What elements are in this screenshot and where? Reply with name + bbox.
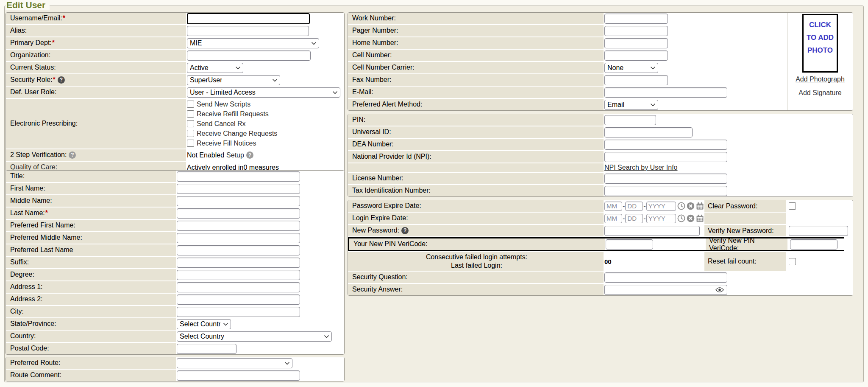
tax-identification-number-input[interactable] bbox=[604, 186, 727, 196]
electronic-prescribing-option-4-checkbox[interactable] bbox=[187, 140, 194, 147]
postal-code-input[interactable] bbox=[177, 344, 236, 354]
login-expire-date-month-input[interactable]: MM bbox=[604, 214, 622, 223]
add-photograph-link[interactable]: Add Photograph bbox=[787, 76, 853, 83]
npi-search-link[interactable]: NPI Search by User Info bbox=[604, 164, 678, 171]
two-step-verification-setup-link[interactable]: Setup bbox=[226, 151, 244, 159]
security-answer-input[interactable] bbox=[604, 285, 727, 295]
fax-number-input[interactable] bbox=[604, 75, 668, 85]
clear-password-checkbox[interactable] bbox=[789, 202, 796, 210]
cell-number-carrier-value-cell: None bbox=[604, 62, 787, 73]
new-password-help-icon[interactable]: ? bbox=[401, 227, 409, 234]
universal-id-input[interactable] bbox=[604, 127, 693, 137]
row-label-postal-code: Postal Code: bbox=[6, 343, 176, 354]
preferred-middle-name-input[interactable] bbox=[177, 233, 300, 243]
row-electronic-prescribing: Electronic Prescribing:Send New ScriptsR… bbox=[6, 99, 344, 149]
security-answer-input-wrap bbox=[604, 285, 727, 295]
address-1-input[interactable] bbox=[177, 282, 300, 292]
national-provider-id-npi-input[interactable] bbox=[604, 152, 727, 162]
row-label-security-role: Security Role:*? bbox=[6, 74, 186, 86]
required-asterisk: * bbox=[53, 76, 56, 84]
cell-number-input[interactable] bbox=[604, 50, 668, 61]
security-role-label: Security Role: bbox=[10, 76, 53, 84]
current-status-label: Current Status: bbox=[10, 64, 56, 71]
title-field-input[interactable] bbox=[177, 171, 300, 182]
password-expire-date-year-input[interactable]: YYYY bbox=[646, 202, 676, 211]
new-password-input[interactable] bbox=[604, 226, 700, 236]
two-step-verification-help-icon[interactable]: ? bbox=[246, 151, 253, 159]
photo-placeholder[interactable]: CLICK TO ADD PHOTO bbox=[802, 14, 838, 73]
login-expire-date-day-input[interactable]: DD bbox=[625, 214, 643, 223]
two-step-verification-help-icon[interactable]: ? bbox=[69, 151, 76, 159]
dea-number-input[interactable] bbox=[604, 140, 727, 150]
pin-input[interactable] bbox=[604, 115, 656, 125]
row-username-email: Username/Email:* bbox=[6, 13, 344, 24]
security-role-help-icon[interactable]: ? bbox=[58, 76, 65, 84]
electronic-prescribing-option-0-checkbox[interactable] bbox=[187, 101, 194, 108]
clear-password-label: Clear Password: bbox=[708, 202, 757, 210]
password-expire-date-day-input[interactable]: DD bbox=[625, 202, 643, 211]
verify-new-pin-vericode-input[interactable] bbox=[790, 239, 837, 250]
row-label-reset-fail-count: Reset fail count: bbox=[704, 252, 786, 271]
last-name-label: Last Name: bbox=[10, 209, 45, 217]
degree-input[interactable] bbox=[177, 270, 300, 280]
username-email-input[interactable] bbox=[187, 13, 310, 24]
add-signature-link[interactable]: Add Signature bbox=[798, 89, 841, 96]
date-separator: - bbox=[623, 215, 625, 222]
cell-number-carrier-select[interactable]: None bbox=[604, 63, 658, 73]
primary-dept-select[interactable]: MIE bbox=[187, 38, 319, 48]
country-select[interactable]: Select Country bbox=[177, 331, 332, 342]
login-expire-date-clear-icon[interactable] bbox=[687, 214, 695, 222]
electronic-prescribing-option-1-checkbox[interactable] bbox=[187, 110, 194, 118]
suffix-input[interactable] bbox=[177, 258, 300, 268]
e-mail-label: E-Mail: bbox=[352, 88, 373, 96]
verify-new-password-input[interactable] bbox=[789, 226, 848, 236]
photo-placeholder-line: TO ADD bbox=[807, 31, 834, 44]
pager-number-input[interactable] bbox=[604, 26, 668, 36]
row-label-password-expire-date: Password Expire Date: bbox=[348, 200, 604, 212]
security-question-input[interactable] bbox=[604, 272, 727, 283]
username-email-value-cell bbox=[186, 13, 344, 24]
state-province-select[interactable]: Select Country bbox=[177, 319, 231, 329]
password-expire-date-clear-icon[interactable] bbox=[687, 202, 695, 210]
electronic-prescribing-option-2-checkbox[interactable] bbox=[187, 120, 194, 127]
preferred-alert-method-select[interactable]: Email bbox=[604, 100, 658, 110]
city-input[interactable] bbox=[177, 307, 300, 317]
reset-fail-count-checkbox[interactable] bbox=[789, 258, 796, 265]
route-comment-input[interactable] bbox=[177, 370, 300, 381]
electronic-prescribing-option-3-checkbox[interactable] bbox=[187, 130, 194, 137]
preferred-last-name-input[interactable] bbox=[177, 245, 300, 255]
eye-icon[interactable] bbox=[715, 287, 724, 292]
current-status-select[interactable]: Active bbox=[187, 63, 243, 73]
dea-number-value-cell bbox=[604, 139, 853, 150]
preferred-first-name-input[interactable] bbox=[177, 221, 300, 231]
login-expire-date-time-icon[interactable] bbox=[677, 214, 685, 222]
password-expire-date-month-input[interactable]: MM bbox=[604, 202, 622, 211]
middle-name-input[interactable] bbox=[177, 196, 300, 206]
password-expire-date-time-icon[interactable] bbox=[677, 202, 685, 210]
alias-value-cell bbox=[186, 25, 344, 36]
organization-input[interactable] bbox=[187, 50, 311, 61]
security-role-select[interactable]: SuperUser bbox=[187, 75, 280, 85]
row-label-pin: PIN: bbox=[348, 114, 604, 126]
primary-dept-selected-value: MIE bbox=[190, 39, 202, 47]
row-your-new-pin-vericode: Your New PIN VeriCode:Verify New PIN Ver… bbox=[349, 238, 843, 250]
home-number-input[interactable] bbox=[604, 38, 668, 48]
address-2-input[interactable] bbox=[177, 294, 300, 305]
row-security-role: Security Role:*?SuperUser bbox=[6, 74, 344, 86]
verify-new-password-label: Verify New Password: bbox=[708, 227, 774, 235]
license-number-input[interactable] bbox=[604, 174, 727, 184]
alias-input[interactable] bbox=[187, 26, 309, 36]
first-name-input[interactable] bbox=[177, 184, 300, 194]
reset-fail-count-label: Reset fail count: bbox=[708, 258, 757, 265]
e-mail-input[interactable] bbox=[604, 87, 727, 98]
preferred-alert-method-selected-value: Email bbox=[607, 101, 624, 109]
login-expire-date-calendar-icon[interactable] bbox=[696, 214, 704, 222]
your-new-pin-vericode-input[interactable] bbox=[606, 239, 653, 250]
row-label-degree: Degree: bbox=[6, 269, 176, 280]
login-expire-date-year-input[interactable]: YYYY bbox=[646, 214, 676, 223]
def-user-role-select[interactable]: User - Limited Access bbox=[187, 87, 340, 98]
last-name-input[interactable] bbox=[177, 208, 300, 219]
preferred-route-select[interactable] bbox=[177, 358, 292, 368]
password-expire-date-calendar-icon[interactable] bbox=[696, 202, 704, 210]
work-number-input[interactable] bbox=[604, 14, 668, 24]
